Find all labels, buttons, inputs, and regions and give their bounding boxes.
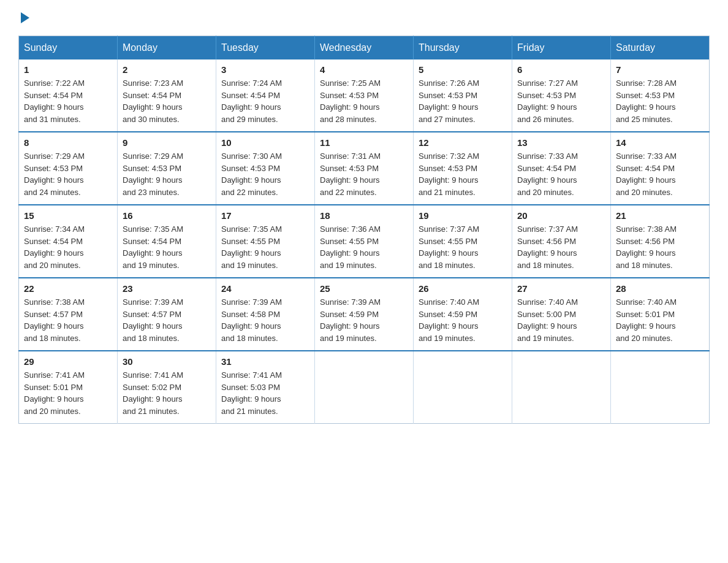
day-number: 12	[419, 137, 507, 148]
calendar-cell: 5 Sunrise: 7:26 AMSunset: 4:53 PMDayligh…	[414, 59, 512, 132]
day-number: 20	[517, 210, 605, 221]
day-info: Sunrise: 7:22 AMSunset: 4:54 PMDaylight:…	[24, 79, 85, 124]
calendar-cell: 27 Sunrise: 7:40 AMSunset: 5:00 PMDaylig…	[512, 278, 611, 351]
header-day-tuesday: Tuesday	[216, 36, 315, 60]
day-number: 25	[320, 283, 408, 294]
day-info: Sunrise: 7:27 AMSunset: 4:53 PMDaylight:…	[517, 79, 578, 124]
day-number: 2	[123, 64, 211, 75]
calendar-header-row: SundayMondayTuesdayWednesdayThursdayFrid…	[19, 36, 710, 60]
header-day-friday: Friday	[512, 36, 611, 60]
day-info: Sunrise: 7:39 AMSunset: 4:58 PMDaylight:…	[221, 297, 282, 343]
calendar-cell	[611, 351, 710, 424]
day-number: 24	[221, 283, 309, 294]
page-header	[18, 12, 710, 23]
day-number: 17	[221, 210, 309, 221]
calendar-week-row: 15 Sunrise: 7:34 AMSunset: 4:54 PMDaylig…	[19, 205, 710, 278]
day-number: 31	[221, 356, 309, 367]
day-number: 28	[616, 283, 704, 294]
day-info: Sunrise: 7:37 AMSunset: 4:56 PMDaylight:…	[517, 224, 578, 270]
calendar-cell: 4 Sunrise: 7:25 AMSunset: 4:53 PMDayligh…	[315, 59, 414, 132]
day-number: 18	[320, 210, 408, 221]
day-number: 3	[221, 64, 309, 75]
calendar-cell: 17 Sunrise: 7:35 AMSunset: 4:55 PMDaylig…	[216, 205, 315, 278]
day-number: 6	[517, 64, 605, 75]
day-info: Sunrise: 7:30 AMSunset: 4:53 PMDaylight:…	[221, 151, 282, 197]
day-number: 11	[320, 137, 408, 148]
day-number: 23	[123, 283, 211, 294]
day-info: Sunrise: 7:29 AMSunset: 4:53 PMDaylight:…	[123, 151, 183, 197]
logo-triangle-icon	[21, 12, 29, 23]
header-day-monday: Monday	[118, 36, 216, 60]
calendar-cell: 25 Sunrise: 7:39 AMSunset: 4:59 PMDaylig…	[315, 278, 414, 351]
day-number: 13	[517, 137, 605, 148]
day-number: 27	[517, 283, 605, 294]
day-number: 8	[24, 137, 112, 148]
calendar-cell: 8 Sunrise: 7:29 AMSunset: 4:53 PMDayligh…	[19, 132, 118, 205]
day-number: 10	[221, 137, 309, 148]
logo	[18, 12, 29, 23]
calendar-cell: 23 Sunrise: 7:39 AMSunset: 4:57 PMDaylig…	[118, 278, 216, 351]
calendar-cell: 7 Sunrise: 7:28 AMSunset: 4:53 PMDayligh…	[611, 59, 710, 132]
day-info: Sunrise: 7:33 AMSunset: 4:54 PMDaylight:…	[517, 151, 578, 197]
day-number: 29	[24, 356, 112, 367]
calendar-cell: 20 Sunrise: 7:37 AMSunset: 4:56 PMDaylig…	[512, 205, 611, 278]
day-info: Sunrise: 7:36 AMSunset: 4:55 PMDaylight:…	[320, 224, 381, 270]
calendar-cell: 15 Sunrise: 7:34 AMSunset: 4:54 PMDaylig…	[19, 205, 118, 278]
day-number: 14	[616, 137, 704, 148]
calendar-cell: 28 Sunrise: 7:40 AMSunset: 5:01 PMDaylig…	[611, 278, 710, 351]
day-number: 9	[123, 137, 211, 148]
calendar-cell: 11 Sunrise: 7:31 AMSunset: 4:53 PMDaylig…	[315, 132, 414, 205]
day-info: Sunrise: 7:38 AMSunset: 4:56 PMDaylight:…	[616, 224, 677, 270]
day-info: Sunrise: 7:26 AMSunset: 4:53 PMDaylight:…	[419, 79, 479, 124]
day-info: Sunrise: 7:23 AMSunset: 4:54 PMDaylight:…	[123, 79, 183, 124]
day-info: Sunrise: 7:38 AMSunset: 4:57 PMDaylight:…	[24, 297, 85, 343]
header-day-sunday: Sunday	[19, 36, 118, 60]
calendar-table: SundayMondayTuesdayWednesdayThursdayFrid…	[18, 36, 710, 424]
calendar-cell: 21 Sunrise: 7:38 AMSunset: 4:56 PMDaylig…	[611, 205, 710, 278]
calendar-week-row: 1 Sunrise: 7:22 AMSunset: 4:54 PMDayligh…	[19, 59, 710, 132]
calendar-cell: 10 Sunrise: 7:30 AMSunset: 4:53 PMDaylig…	[216, 132, 315, 205]
day-number: 7	[616, 64, 704, 75]
day-info: Sunrise: 7:33 AMSunset: 4:54 PMDaylight:…	[616, 151, 677, 197]
day-info: Sunrise: 7:40 AMSunset: 5:00 PMDaylight:…	[517, 297, 578, 343]
day-info: Sunrise: 7:41 AMSunset: 5:01 PMDaylight:…	[24, 370, 85, 416]
calendar-cell: 1 Sunrise: 7:22 AMSunset: 4:54 PMDayligh…	[19, 59, 118, 132]
day-number: 19	[419, 210, 507, 221]
calendar-cell: 13 Sunrise: 7:33 AMSunset: 4:54 PMDaylig…	[512, 132, 611, 205]
day-number: 30	[123, 356, 211, 367]
logo-blue-text	[18, 12, 29, 23]
day-number: 1	[24, 64, 112, 75]
calendar-cell: 2 Sunrise: 7:23 AMSunset: 4:54 PMDayligh…	[118, 59, 216, 132]
day-info: Sunrise: 7:29 AMSunset: 4:53 PMDaylight:…	[24, 151, 85, 197]
day-info: Sunrise: 7:39 AMSunset: 4:57 PMDaylight:…	[123, 297, 183, 343]
header-day-thursday: Thursday	[414, 36, 512, 60]
day-number: 26	[419, 283, 507, 294]
day-info: Sunrise: 7:39 AMSunset: 4:59 PMDaylight:…	[320, 297, 381, 343]
calendar-week-row: 22 Sunrise: 7:38 AMSunset: 4:57 PMDaylig…	[19, 278, 710, 351]
calendar-cell: 12 Sunrise: 7:32 AMSunset: 4:53 PMDaylig…	[414, 132, 512, 205]
header-day-saturday: Saturday	[611, 36, 710, 60]
calendar-week-row: 8 Sunrise: 7:29 AMSunset: 4:53 PMDayligh…	[19, 132, 710, 205]
calendar-cell: 18 Sunrise: 7:36 AMSunset: 4:55 PMDaylig…	[315, 205, 414, 278]
day-number: 5	[419, 64, 507, 75]
calendar-cell: 30 Sunrise: 7:41 AMSunset: 5:02 PMDaylig…	[118, 351, 216, 424]
calendar-cell: 22 Sunrise: 7:38 AMSunset: 4:57 PMDaylig…	[19, 278, 118, 351]
calendar-cell: 3 Sunrise: 7:24 AMSunset: 4:54 PMDayligh…	[216, 59, 315, 132]
day-info: Sunrise: 7:28 AMSunset: 4:53 PMDaylight:…	[616, 79, 677, 124]
day-info: Sunrise: 7:40 AMSunset: 5:01 PMDaylight:…	[616, 297, 677, 343]
calendar-cell: 31 Sunrise: 7:41 AMSunset: 5:03 PMDaylig…	[216, 351, 315, 424]
day-info: Sunrise: 7:40 AMSunset: 4:59 PMDaylight:…	[419, 297, 479, 343]
day-info: Sunrise: 7:25 AMSunset: 4:53 PMDaylight:…	[320, 79, 381, 124]
day-number: 4	[320, 64, 408, 75]
day-number: 15	[24, 210, 112, 221]
day-info: Sunrise: 7:35 AMSunset: 4:55 PMDaylight:…	[221, 224, 282, 270]
day-info: Sunrise: 7:24 AMSunset: 4:54 PMDaylight:…	[221, 79, 282, 124]
day-info: Sunrise: 7:32 AMSunset: 4:53 PMDaylight:…	[419, 151, 479, 197]
calendar-cell: 9 Sunrise: 7:29 AMSunset: 4:53 PMDayligh…	[118, 132, 216, 205]
calendar-cell	[414, 351, 512, 424]
day-number: 21	[616, 210, 704, 221]
calendar-cell: 26 Sunrise: 7:40 AMSunset: 4:59 PMDaylig…	[414, 278, 512, 351]
header-day-wednesday: Wednesday	[315, 36, 414, 60]
day-info: Sunrise: 7:35 AMSunset: 4:54 PMDaylight:…	[123, 224, 183, 270]
calendar-cell: 19 Sunrise: 7:37 AMSunset: 4:55 PMDaylig…	[414, 205, 512, 278]
